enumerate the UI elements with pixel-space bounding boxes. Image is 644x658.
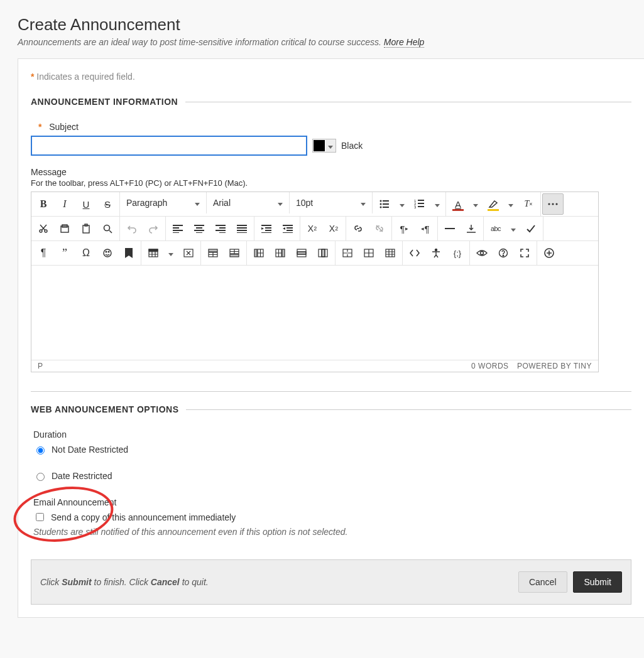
chevron-down-icon[interactable]: [506, 218, 520, 239]
find-replace-icon[interactable]: [97, 218, 118, 239]
email-checkbox-row[interactable]: Send a copy of this announcement immedia…: [33, 511, 631, 523]
special-char-icon[interactable]: Ω: [75, 242, 97, 264]
align-center-icon[interactable]: [188, 218, 210, 239]
radio-not-restricted[interactable]: Not Date Restricted: [33, 445, 631, 455]
svg-point-69: [481, 252, 484, 255]
editor-content-area[interactable]: [31, 266, 598, 360]
split-cells-icon[interactable]: [358, 242, 379, 264]
fullscreen-icon[interactable]: [514, 242, 535, 264]
paste-icon[interactable]: [75, 218, 97, 239]
help-icon[interactable]: [493, 242, 514, 264]
text-color-icon[interactable]: A: [447, 193, 469, 215]
align-justify-icon[interactable]: [231, 218, 253, 239]
indent-icon[interactable]: [256, 218, 277, 239]
underline-icon[interactable]: U: [75, 193, 97, 215]
numbered-list-icon[interactable]: 123: [409, 193, 430, 215]
svg-rect-30: [216, 225, 226, 226]
chevron-down-icon[interactable]: [504, 193, 518, 215]
color-picker[interactable]: [312, 139, 336, 153]
svg-point-47: [104, 249, 111, 257]
powered-by[interactable]: POWERED BY TINY: [517, 362, 592, 370]
svg-rect-22: [173, 225, 183, 226]
svg-rect-32: [216, 230, 226, 231]
radio-date-restricted[interactable]: Date Restricted: [33, 471, 631, 481]
insert-link-icon[interactable]: [347, 218, 369, 239]
add-content-icon[interactable]: [538, 242, 560, 264]
submit-button[interactable]: Submit: [573, 571, 622, 593]
merge-cells-icon[interactable]: [337, 242, 358, 264]
align-right-icon[interactable]: [210, 218, 231, 239]
more-toolbar-icon[interactable]: [542, 193, 564, 215]
pilcrow-icon[interactable]: ¶: [33, 242, 54, 264]
spellcheck-icon[interactable]: abc: [485, 218, 506, 239]
emoji-icon[interactable]: [97, 242, 118, 264]
radio-date-restricted-input[interactable]: [36, 473, 45, 481]
undo-icon[interactable]: [121, 218, 143, 239]
paragraph-format-select[interactable]: Paragraph: [120, 192, 207, 213]
redo-icon[interactable]: [143, 218, 164, 239]
svg-rect-3: [383, 203, 389, 205]
insert-row-below-icon[interactable]: [224, 242, 245, 264]
svg-rect-62: [297, 252, 306, 254]
size-select-value: 10pt: [296, 198, 313, 208]
copy-icon[interactable]: [54, 218, 75, 239]
radio-not-restricted-input[interactable]: [36, 446, 45, 455]
svg-rect-1: [383, 200, 389, 202]
svg-rect-26: [194, 225, 204, 226]
rich-text-editor: B I U S Paragraph Arial 10pt: [31, 191, 599, 372]
svg-point-14: [555, 203, 557, 205]
delete-row-icon[interactable]: [291, 242, 312, 264]
chevron-down-icon[interactable]: [164, 242, 178, 264]
table-icon[interactable]: [143, 242, 164, 264]
highlight-color-icon[interactable]: [483, 193, 504, 215]
message-label: Message: [31, 167, 631, 177]
insert-col-right-icon[interactable]: [270, 242, 291, 264]
email-checkbox[interactable]: [36, 513, 44, 521]
cut-icon[interactable]: [33, 218, 54, 239]
more-help-link[interactable]: More Help: [384, 37, 425, 48]
clear-formatting-icon[interactable]: T×: [518, 193, 539, 215]
email-note: Students are still notified of this anno…: [33, 527, 631, 537]
align-left-icon[interactable]: [167, 218, 188, 239]
cancel-button[interactable]: Cancel: [518, 571, 567, 593]
svg-rect-67: [386, 249, 395, 257]
font-family-select[interactable]: Arial: [207, 192, 290, 213]
delete-col-icon[interactable]: [312, 242, 334, 264]
chevron-down-icon[interactable]: [430, 193, 444, 215]
bulleted-list-icon[interactable]: [374, 193, 395, 215]
insert-row-above-icon[interactable]: [202, 242, 224, 264]
bold-icon[interactable]: B: [33, 193, 54, 215]
subject-input[interactable]: [31, 136, 307, 156]
font-size-select[interactable]: 10pt: [290, 192, 373, 213]
subscript-icon[interactable]: X2: [323, 218, 344, 239]
insert-line-icon[interactable]: [461, 218, 482, 239]
duration-label: Duration: [33, 429, 631, 440]
insert-col-left-icon[interactable]: [248, 242, 270, 264]
toolbar-hint: For the toolbar, press ALT+F10 (PC) or A…: [31, 178, 631, 188]
italic-icon[interactable]: I: [54, 193, 75, 215]
ltr-icon[interactable]: ¶▸: [393, 218, 415, 239]
horizontal-rule-icon[interactable]: [439, 218, 461, 239]
editor-path[interactable]: P: [38, 362, 43, 370]
preview-icon[interactable]: [471, 242, 493, 264]
svg-point-13: [552, 203, 554, 205]
chevron-down-icon[interactable]: [395, 193, 409, 215]
source-code-icon[interactable]: [404, 242, 425, 264]
remove-link-icon[interactable]: [369, 218, 390, 239]
chevron-down-icon[interactable]: [469, 193, 483, 215]
outdent-icon[interactable]: [277, 218, 298, 239]
blockquote-icon[interactable]: ”: [54, 242, 75, 264]
superscript-icon[interactable]: X2: [302, 218, 323, 239]
strikethrough-icon[interactable]: S: [97, 193, 118, 215]
cell-props-icon[interactable]: [379, 242, 401, 264]
subject-label-text: Subject: [49, 122, 79, 132]
checkmark-icon[interactable]: [520, 218, 542, 239]
anchor-icon[interactable]: [118, 242, 139, 264]
required-note-text: Indicates a required field.: [36, 72, 134, 82]
delete-table-icon[interactable]: [178, 242, 199, 264]
accessibility-icon[interactable]: [425, 242, 447, 264]
rtl-icon[interactable]: ◂¶: [415, 218, 436, 239]
svg-point-15: [40, 230, 42, 232]
svg-rect-56: [230, 254, 239, 257]
code-sample-icon[interactable]: {;}: [447, 242, 468, 264]
